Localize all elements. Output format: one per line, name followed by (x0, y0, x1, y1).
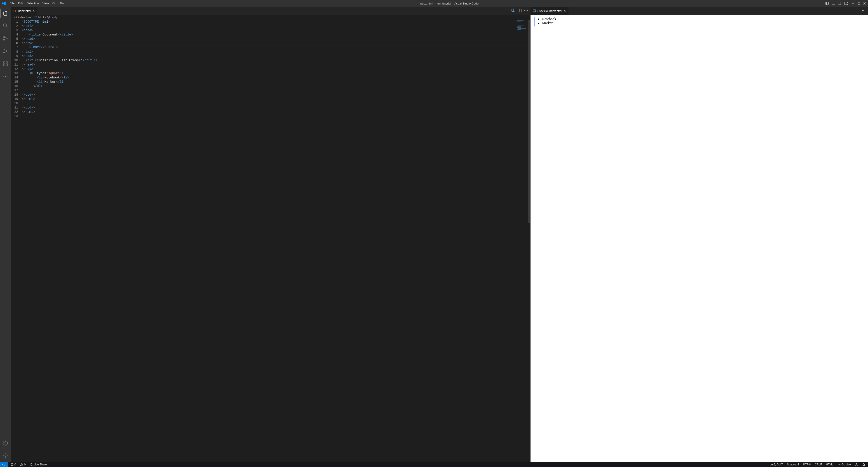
menu-edit[interactable]: Edit (16, 0, 25, 7)
window-minimize-icon[interactable] (850, 0, 855, 7)
activity-explorer-icon[interactable] (0, 8, 11, 18)
status-notifications-icon[interactable] (861, 463, 866, 466)
status-go-live[interactable]: Go Live (837, 463, 852, 466)
status-eol[interactable]: CRLF (814, 463, 823, 466)
svg-rect-8 (846, 4, 848, 5)
svg-point-32 (514, 11, 515, 12)
svg-rect-21 (3, 64, 5, 66)
editor-body[interactable]: 1234567891011121314151617181920212223 <!… (11, 20, 530, 462)
status-language[interactable]: HTML (825, 463, 834, 466)
svg-point-24 (3, 76, 4, 76)
menu-view[interactable]: View (41, 0, 51, 7)
svg-point-45 (865, 10, 865, 11)
status-warnings[interactable]: 0 (19, 463, 27, 466)
svg-point-41 (535, 11, 536, 12)
tab-preview[interactable]: Preview index.html × (530, 7, 568, 15)
html-file-icon (13, 9, 16, 12)
activity-accounts-icon[interactable] (0, 438, 11, 447)
tab-close-icon[interactable]: × (563, 9, 566, 13)
svg-rect-2 (832, 2, 835, 5)
activity-run-debug-icon[interactable] (0, 46, 11, 56)
svg-line-14 (6, 26, 7, 28)
breadcrumbs[interactable]: index.html › html › body (11, 15, 530, 20)
activity-source-control-icon[interactable] (0, 34, 11, 43)
line-gutter: 1234567891011121314151617181920212223 (11, 20, 22, 462)
toggle-panel-icon[interactable] (831, 0, 836, 7)
menu-bar: File Edit Selection View Go Run … (8, 0, 74, 7)
more-actions-icon[interactable] (524, 8, 528, 13)
svg-point-16 (4, 39, 5, 40)
svg-point-25 (5, 76, 6, 76)
breadcrumb-file[interactable]: index.html (18, 15, 31, 19)
svg-rect-7 (846, 2, 848, 3)
minimap[interactable] (517, 20, 528, 33)
status-cursor-position[interactable]: Ln 6, Col 7 (769, 463, 784, 466)
menu-go[interactable]: Go (51, 0, 58, 7)
status-live-share[interactable]: Live Share (29, 463, 48, 466)
svg-rect-10 (858, 2, 860, 4)
split-editor-icon[interactable] (518, 8, 522, 13)
more-actions-icon[interactable] (862, 8, 866, 13)
svg-point-44 (864, 10, 864, 11)
svg-rect-23 (6, 62, 7, 63)
window-title: index.html - html-tutorial - Visual Stud… (74, 2, 825, 5)
menu-overflow-icon[interactable]: … (67, 0, 74, 7)
activity-bar (0, 7, 11, 462)
activity-settings-icon[interactable] (0, 451, 11, 460)
svg-point-19 (3, 52, 4, 53)
svg-point-17 (6, 38, 7, 39)
activity-extensions-icon[interactable] (0, 59, 11, 68)
svg-point-13 (3, 24, 6, 27)
svg-rect-20 (3, 62, 5, 63)
status-bar: 0 0 Live Share Ln 6, Col 7 Spaces: 4 UTF… (0, 462, 868, 467)
svg-point-29 (5, 455, 6, 456)
svg-marker-18 (4, 49, 7, 53)
window-close-icon[interactable] (862, 0, 867, 7)
remote-indicator-icon[interactable] (0, 462, 8, 467)
status-feedback-icon[interactable] (854, 463, 859, 466)
menu-file[interactable]: File (8, 0, 16, 7)
status-right: Ln 6, Col 7 Spaces: 4 UTF-8 CRLF HTML Go… (767, 463, 868, 466)
status-errors[interactable]: 0 (9, 463, 17, 466)
customize-layout-icon[interactable] (844, 0, 848, 7)
tab-close-icon[interactable]: × (32, 9, 35, 13)
overview-scrollbar[interactable] (528, 20, 530, 223)
symbol-element-icon (34, 15, 37, 19)
breadcrumb-html[interactable]: html (38, 15, 44, 19)
status-left: 0 0 Live Share (8, 463, 50, 466)
menu-selection[interactable]: Selection (25, 0, 40, 7)
svg-point-38 (527, 10, 528, 11)
tab-index-html[interactable]: index.html × (11, 7, 37, 15)
title-bar: File Edit Selection View Go Run … index.… (0, 0, 868, 7)
svg-point-53 (856, 464, 857, 465)
tab-bar-right: Preview index.html × (530, 7, 868, 15)
svg-point-26 (6, 76, 7, 76)
status-errors-count: 0 (14, 463, 16, 466)
svg-rect-0 (826, 2, 829, 5)
status-encoding[interactable]: UTF-8 (802, 463, 812, 466)
menu-run[interactable]: Run (58, 0, 67, 7)
tab-index-html-label: index.html (18, 9, 31, 13)
svg-line-33 (515, 12, 515, 12)
run-preview-icon[interactable] (511, 8, 515, 13)
activity-search-icon[interactable] (0, 21, 11, 30)
toggle-secondary-sidebar-icon[interactable] (837, 0, 842, 7)
status-warnings-count: 0 (24, 463, 26, 466)
vscode-logo-icon (0, 1, 8, 5)
toggle-primary-sidebar-icon[interactable] (825, 0, 830, 7)
breadcrumb-body[interactable]: body (51, 15, 57, 19)
layout-controls (825, 0, 850, 7)
svg-point-15 (4, 37, 5, 38)
svg-point-36 (524, 10, 525, 11)
status-indent[interactable]: Spaces: 4 (786, 463, 800, 466)
activity-overflow-icon[interactable] (0, 72, 11, 81)
svg-point-52 (839, 464, 839, 465)
workbench: index.html × index.html › html › body (0, 7, 868, 462)
editor-groups: index.html × index.html › html › body (11, 7, 868, 462)
symbol-element-icon (47, 15, 50, 19)
preview-item: Marker (542, 21, 556, 25)
preview-body: Notebook Marker (530, 15, 868, 462)
window-maximize-icon[interactable] (856, 0, 861, 7)
preview-item: Notebook (542, 17, 556, 21)
code-area[interactable]: <!DOCTYPE html><html><head> <title>Docum… (22, 20, 530, 462)
